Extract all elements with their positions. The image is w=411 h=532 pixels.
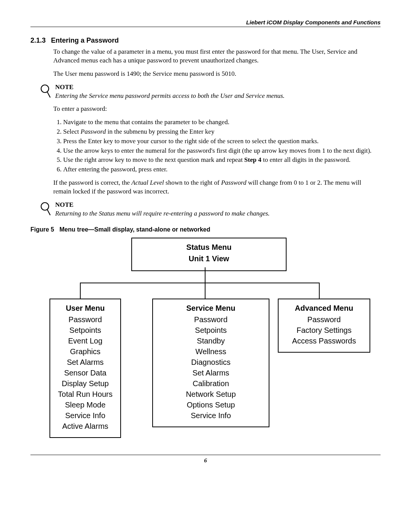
tree-item: Set Alarms <box>55 357 116 367</box>
section-title: Entering a Password <box>51 37 119 44</box>
tree-advanced-menu-box: Advanced Menu PasswordFactory SettingsAc… <box>278 299 370 353</box>
box-title: Service Menu <box>158 303 264 313</box>
paragraph: If the password is correct, the Actual L… <box>53 179 381 196</box>
tree-service-menu-box: Service Menu PasswordSetpointsStandbyWel… <box>152 299 269 427</box>
page-footer: 6 <box>30 455 381 464</box>
note-block: NOTE Entering the Service menu password … <box>40 83 381 102</box>
section-heading: 2.1.3Entering a Password <box>30 37 381 45</box>
note-label: NOTE <box>55 83 285 92</box>
tree-item: Standby <box>158 336 264 346</box>
step-item: After entering the password, press enter… <box>63 165 381 174</box>
paragraph: To enter a password: <box>53 105 381 113</box>
tree-item: Network Setup <box>158 389 264 399</box>
root-title-line: Unit 1 View <box>137 254 281 264</box>
step-item: Use the right arrow key to move to the n… <box>63 156 381 165</box>
tree-user-menu-box: User Menu PasswordSetpointsEvent LogGrap… <box>49 299 121 438</box>
tree-item: Display Setup <box>55 379 116 388</box>
tree-item: Password <box>283 315 365 324</box>
figure-caption-text: Menu tree—Small display, stand-alone or … <box>59 226 210 233</box>
tree-item: Active Alarms <box>55 421 116 431</box>
tree-item: Wellness <box>158 347 264 356</box>
tree-item: Service Info <box>55 411 116 420</box>
step-item: Press the Enter key to move your cursor … <box>63 137 381 146</box>
tree-item: Calibration <box>158 379 264 388</box>
tree-item: Set Alarms <box>158 368 264 378</box>
svg-point-2 <box>41 203 49 210</box>
step-item: Navigate to the menu that contains the p… <box>63 118 381 127</box>
svg-line-1 <box>47 92 50 97</box>
page-header: Liebert iCOM Display Components and Func… <box>30 19 381 27</box>
box-title: User Menu <box>55 303 116 313</box>
paragraph: To change the value of a parameter in a … <box>53 48 381 65</box>
tree-item: Total Run Hours <box>55 389 116 399</box>
magnifier-icon <box>40 201 53 219</box>
tree-item: Service Info <box>158 411 264 420</box>
steps-list: Navigate to the menu that contains the p… <box>53 118 381 174</box>
section-number: 2.1.3 <box>30 37 46 45</box>
root-title-line: Status Menu <box>137 242 281 252</box>
svg-point-0 <box>41 85 49 93</box>
step-item: Use the arrow keys to enter the numeral … <box>63 147 381 155</box>
note-block: NOTE Returning to the Status menu will r… <box>40 201 381 219</box>
svg-line-3 <box>47 209 50 215</box>
figure-caption: Figure 5Menu tree—Small display, stand-a… <box>30 226 381 233</box>
tree-item: Setpoints <box>158 325 264 335</box>
step-item: Select Password in the submenu by pressi… <box>63 128 381 136</box>
page-number: 6 <box>204 457 207 463</box>
tree-item: Password <box>55 315 116 324</box>
tree-item: Event Log <box>55 336 116 346</box>
note-label: NOTE <box>55 201 270 209</box>
tree-item: Graphics <box>55 347 116 356</box>
figure-label: Figure 5 <box>30 226 54 233</box>
note-text: Returning to the Status menu will requir… <box>55 209 270 218</box>
tree-item: Diagnostics <box>158 357 264 367</box>
magnifier-icon <box>40 84 53 102</box>
tree-item: Sleep Mode <box>55 400 116 410</box>
tree-item: Factory Settings <box>283 325 365 335</box>
tree-root-box: Status Menu Unit 1 View <box>131 238 287 271</box>
tree-item: Setpoints <box>55 325 116 335</box>
menu-tree-diagram: Status Menu Unit 1 View User Menu Passwo… <box>53 238 381 451</box>
tree-item: Options Setup <box>158 400 264 410</box>
tree-item: Sensor Data <box>55 368 116 378</box>
box-title: Advanced Menu <box>283 303 365 313</box>
body-content: To change the value of a parameter in a … <box>53 48 381 219</box>
tree-item: Access Passwords <box>283 336 365 346</box>
note-text: Entering the Service menu password permi… <box>55 92 285 101</box>
tree-item: Password <box>158 315 264 324</box>
paragraph: The User menu password is 1490; the Serv… <box>53 70 381 78</box>
